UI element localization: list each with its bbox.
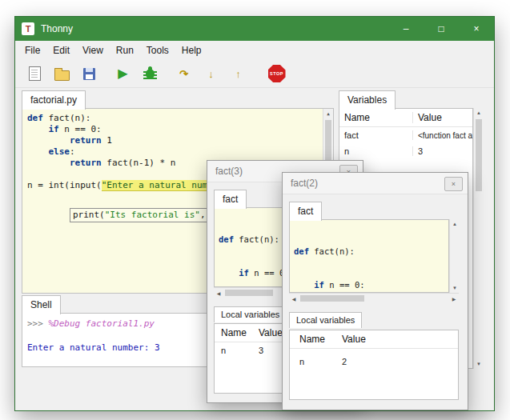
minimize-button[interactable]: – xyxy=(388,17,424,41)
code-line: if n == 0: xyxy=(294,279,448,290)
code-text: n == 0: xyxy=(59,124,102,134)
local-variables-table: Name Value n 2 xyxy=(289,330,459,400)
code-text: fact(n): xyxy=(43,113,91,123)
scroll-up-icon[interactable]: ▲ xyxy=(450,219,460,229)
indent xyxy=(294,280,314,290)
step-out-icon: ↑ xyxy=(235,69,241,79)
stop-label: STOP xyxy=(270,71,283,76)
code-line: def fact(n): xyxy=(27,113,333,124)
new-file-icon xyxy=(29,66,41,81)
keyword: if xyxy=(314,280,324,290)
scrollbar-thumb[interactable] xyxy=(225,290,273,296)
scrollbar-thumb[interactable] xyxy=(300,295,364,302)
indent xyxy=(27,135,70,146)
column-value: Value xyxy=(413,112,442,123)
tab-factorial-py[interactable]: factorial.py xyxy=(22,90,86,110)
table-row[interactable]: fact <function fact a xyxy=(339,127,472,143)
maximize-button[interactable]: □ xyxy=(424,17,459,41)
var-name: n xyxy=(339,146,413,156)
toolbar: ▶ ↷ ↓ ↑ STOP xyxy=(15,60,494,88)
string-literal: "Its factorial is" xyxy=(105,210,200,220)
column-value: Value xyxy=(251,327,283,338)
keyword: else xyxy=(49,146,70,157)
code-vertical-scrollbar[interactable]: ▲ ▼ xyxy=(449,219,460,293)
close-button[interactable]: × xyxy=(459,17,494,41)
var-name: n xyxy=(215,346,251,355)
save-button[interactable] xyxy=(79,64,99,84)
var-value: 2 xyxy=(334,357,347,366)
menu-view[interactable]: View xyxy=(76,42,110,58)
var-name: fact xyxy=(339,130,413,140)
window-title: Thonny xyxy=(41,23,73,34)
save-icon xyxy=(83,68,95,80)
tab-shell[interactable]: Shell xyxy=(22,295,61,314)
desktop: T Thonny – □ × File Edit View Run Tools … xyxy=(0,0,510,420)
tab-fact[interactable]: fact xyxy=(289,202,322,221)
code-line: return 1 xyxy=(27,135,333,146)
minimize-icon: – xyxy=(404,23,409,34)
menu-help[interactable]: Help xyxy=(175,42,208,58)
debug-button[interactable] xyxy=(140,64,160,84)
step-into-icon: ↓ xyxy=(208,69,214,79)
step-over-icon: ↷ xyxy=(179,69,188,79)
step-over-button[interactable]: ↷ xyxy=(174,64,194,84)
keyword: return xyxy=(70,158,102,168)
code-horizontal-scrollbar[interactable]: ◀ ▶ xyxy=(289,293,459,303)
window-controls: – □ × xyxy=(388,17,494,41)
variables-vertical-scrollbar[interactable]: ▲ ▼ xyxy=(473,108,484,369)
code-text: 1 xyxy=(102,135,112,146)
code-line: def fact(n): xyxy=(294,246,448,257)
code-text: n = int(input( xyxy=(27,180,102,190)
new-file-button[interactable] xyxy=(25,64,45,84)
scrollbar-thumb[interactable] xyxy=(476,119,482,191)
step-into-button[interactable]: ↓ xyxy=(201,64,221,84)
keyword: def xyxy=(27,113,43,123)
variables-header: Name Value xyxy=(339,109,472,127)
code-line: else: xyxy=(27,146,333,158)
debug-bug-icon xyxy=(146,69,155,79)
tab-variables[interactable]: Variables xyxy=(339,90,396,110)
scroll-down-icon[interactable]: ▼ xyxy=(474,359,484,369)
column-name: Name xyxy=(215,327,251,338)
table-row[interactable]: n 3 xyxy=(339,143,472,159)
close-button[interactable]: × xyxy=(444,177,463,191)
indent xyxy=(27,158,70,168)
scroll-left-icon[interactable]: ◀ xyxy=(214,288,223,298)
indent xyxy=(219,268,239,278)
code-text: fact(n-1) * n xyxy=(102,158,176,168)
thonny-logo-icon: T xyxy=(22,22,34,35)
var-value: 3 xyxy=(413,146,423,156)
string-literal: "Enter a natural number xyxy=(102,180,223,191)
scroll-left-icon[interactable]: ◀ xyxy=(289,294,299,303)
menu-edit[interactable]: Edit xyxy=(46,42,76,58)
titlebar[interactable]: T Thonny – □ × xyxy=(15,17,494,41)
open-folder-icon xyxy=(54,70,70,81)
stop-icon: STOP xyxy=(268,65,286,82)
code-view[interactable]: def fact(n): if n == 0: return 1 else: r… xyxy=(289,219,449,293)
tab-fact[interactable]: fact xyxy=(214,190,247,209)
scroll-right-icon[interactable]: ▶ xyxy=(449,294,459,303)
menu-run[interactable]: Run xyxy=(110,42,140,58)
open-file-button[interactable] xyxy=(52,64,72,84)
step-out-button[interactable]: ↑ xyxy=(228,64,248,84)
table-row[interactable]: n 2 xyxy=(290,354,458,370)
logo-letter: T xyxy=(26,24,31,34)
run-button[interactable]: ▶ xyxy=(113,64,133,84)
scroll-up-icon[interactable]: ▲ xyxy=(323,109,333,118)
shell-command: %Debug factorial1.py xyxy=(49,318,155,329)
stop-button[interactable]: STOP xyxy=(267,64,287,84)
scroll-up-icon[interactable]: ▲ xyxy=(474,108,484,118)
close-icon: × xyxy=(452,180,456,188)
keyword: def xyxy=(294,246,309,256)
window-title: fact(2) xyxy=(291,178,318,189)
var-name: n xyxy=(290,357,334,366)
menu-tools[interactable]: Tools xyxy=(140,42,175,58)
column-name: Name xyxy=(290,334,334,345)
variables-header: Name Value xyxy=(290,330,458,349)
titlebar[interactable]: fact(2) × xyxy=(283,173,468,194)
var-value: <function fact a xyxy=(413,131,472,140)
code-text: print( xyxy=(73,210,105,220)
scroll-down-icon[interactable]: ▼ xyxy=(450,283,460,293)
menu-file[interactable]: File xyxy=(18,42,46,58)
var-value: 3 xyxy=(251,346,263,355)
